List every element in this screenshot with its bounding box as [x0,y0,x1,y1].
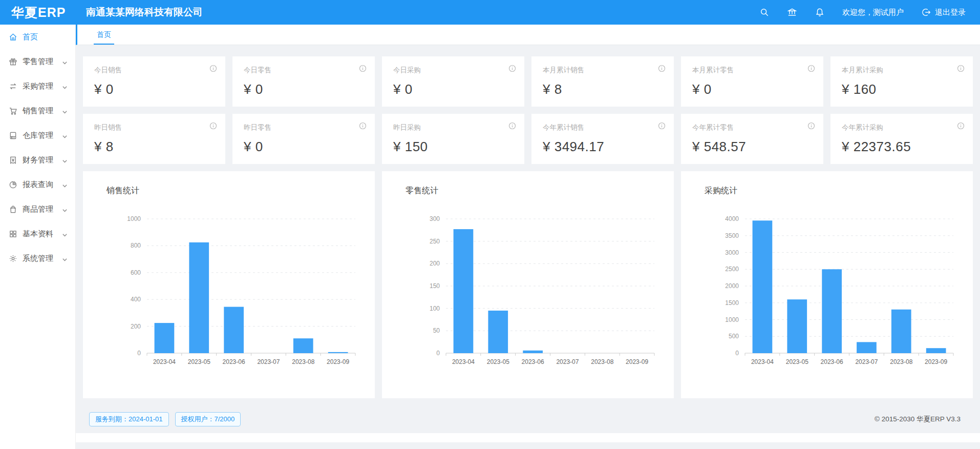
sidebar-item-warehouse[interactable]: 仓库管理 [0,123,75,148]
stat-card-label: 本月累计采购 [842,66,963,75]
sidebar-item-label: 基本资料 [23,229,53,239]
footer-badges: 服务到期：2024-01-01授权用户：7/2000 [89,412,875,426]
stat-card-value: ¥ 150 [393,139,514,155]
badge-service-expiry: 服务到期：2024-01-01 [89,412,169,426]
sidebar-item-label: 财务管理 [23,155,53,165]
info-icon[interactable] [209,122,217,132]
info-icon[interactable] [658,122,666,132]
svg-text:2023-05: 2023-05 [487,358,509,365]
appstore-icon [9,230,17,238]
sidebar-item-label: 采购管理 [23,81,53,91]
welcome-user[interactable]: 欢迎您，测试用户 [842,8,904,17]
chart-plot: 050010001500200025003000350040002023-042… [691,203,963,376]
chevron-down-icon [62,132,68,141]
info-icon[interactable] [359,122,367,132]
svg-text:2023-06: 2023-06 [522,358,544,365]
stat-card-value: ¥ 0 [244,139,365,155]
stat-card: 昨日零售 ¥ 0 [232,114,375,164]
logout-icon [921,7,931,17]
stat-card-value: ¥ 160 [842,81,963,97]
svg-text:0: 0 [735,350,739,357]
chart-card-2: 采购统计 05001000150020002500300035004000202… [681,171,973,398]
sidebar-item-label: 系统管理 [23,254,53,263]
svg-text:200: 200 [131,323,141,330]
chevron-down-icon [62,58,68,67]
stat-card-label: 今年累计销售 [543,123,664,132]
svg-text:2000: 2000 [725,282,739,290]
svg-text:2023-08: 2023-08 [591,358,613,365]
svg-text:2023-07: 2023-07 [556,358,579,365]
tab-home[interactable]: 首页 [94,24,114,45]
gift-icon [9,57,17,66]
bag-icon [9,205,17,214]
sidebar-item-goods[interactable]: 商品管理 [0,197,75,221]
main-area: 首页 今日销售 ¥ 0 今日零售 ¥ 0 今日采购 ¥ 0 本月累计销售 ¥ 8… [76,25,980,449]
svg-text:800: 800 [131,242,141,249]
app-logo: 华夏ERP [0,4,77,21]
bell-icon[interactable] [815,7,825,17]
stat-card: 今年累计销售 ¥ 3494.17 [531,114,674,164]
info-icon[interactable] [508,65,516,74]
sidebar-item-home[interactable]: 首页 [0,25,75,49]
stat-card-label: 今日零售 [244,66,365,75]
info-icon[interactable] [359,65,367,74]
bar-chart: 020040060080010002023-042023-052023-0620… [93,203,365,374]
stat-card: 本月累计销售 ¥ 8 [531,56,674,107]
sidebar-item-label: 首页 [23,32,38,42]
chart-title: 零售统计 [406,186,664,196]
info-icon[interactable] [807,65,815,74]
sidebar-item-purchase[interactable]: 采购管理 [0,74,75,98]
logout-button[interactable]: 退出登录 [921,7,966,17]
stat-card-value: ¥ 22373.65 [842,139,963,155]
chevron-down-icon [62,255,68,264]
stat-card-value: ¥ 8 [543,81,664,97]
info-icon[interactable] [957,65,965,74]
svg-text:2023-07: 2023-07 [257,358,280,365]
svg-text:50: 50 [433,327,440,334]
chevron-down-icon [62,83,68,92]
stat-card-label: 今年累计采购 [842,123,963,132]
erp-app: 华夏ERP 南通某某网络科技有限公司 欢迎您，测试用户 退出登录 [0,0,980,449]
info-icon[interactable] [807,122,815,132]
sidebar-item-label: 销售管理 [23,106,53,116]
chart-card-0: 销售统计 020040060080010002023-042023-052023… [83,171,375,398]
svg-text:2023-06: 2023-06 [223,358,245,365]
sidebar-menu: 首页 零售管理 采购管理 销售管理 仓库管理 财务管理 [0,25,76,449]
svg-text:2023-09: 2023-09 [327,358,349,365]
info-icon[interactable] [957,122,965,132]
bar-chart: 0501001502002503002023-042023-052023-062… [392,203,664,374]
sidebar-item-system[interactable]: 系统管理 [0,246,75,271]
gear-icon [9,254,17,263]
svg-text:100: 100 [430,305,440,312]
info-icon[interactable] [209,65,217,74]
search-icon[interactable] [759,7,770,17]
stat-card-value: ¥ 8 [94,139,215,155]
svg-text:1000: 1000 [725,316,739,323]
sidebar-item-reports[interactable]: 报表查询 [0,172,75,197]
sidebar-item-finance[interactable]: 财务管理 [0,148,75,172]
svg-text:2023-08: 2023-08 [890,358,912,365]
stat-card-label: 今日销售 [94,66,215,75]
money-icon [9,156,17,165]
chevron-down-icon [62,181,68,190]
stat-card-value: ¥ 3494.17 [543,139,664,155]
bank-icon[interactable] [787,7,797,17]
sidebar-item-basic[interactable]: 基本资料 [0,221,75,246]
info-icon[interactable] [658,65,666,74]
stat-card-label: 今年累计零售 [692,123,813,132]
stat-card: 今年累计采购 ¥ 22373.65 [830,114,973,164]
stat-card-label: 本月累计零售 [692,66,813,75]
stat-card-label: 今日采购 [393,66,514,75]
stat-cards-grid: 今日销售 ¥ 0 今日零售 ¥ 0 今日采购 ¥ 0 本月累计销售 ¥ 8 本月… [83,56,973,164]
sidebar-item-sales[interactable]: 销售管理 [0,98,75,123]
stat-card-label: 昨日采购 [393,123,514,132]
swap-icon [9,82,17,91]
svg-text:0: 0 [137,350,141,357]
stat-card-value: ¥ 0 [393,81,514,97]
stat-card-label: 昨日零售 [244,123,365,132]
stat-card-value: ¥ 548.57 [692,139,813,155]
svg-text:2023-09: 2023-09 [925,358,947,365]
sidebar-item-retail[interactable]: 零售管理 [0,49,75,74]
chart-plot: 020040060080010002023-042023-052023-0620… [93,203,365,376]
info-icon[interactable] [508,122,516,132]
